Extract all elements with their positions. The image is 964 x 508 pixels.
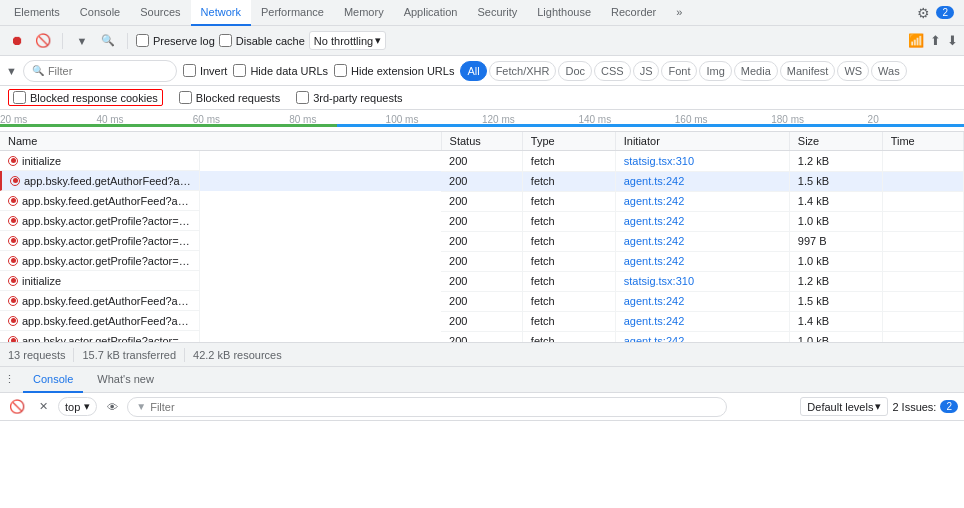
table-row[interactable]: app.bsky.actor.getProfile?actor=did%3Apl… bbox=[0, 331, 964, 342]
initiator-link[interactable]: agent.ts:242 bbox=[624, 295, 685, 307]
header-initiator[interactable]: Initiator bbox=[615, 132, 789, 151]
cell-initiator[interactable]: agent.ts:242 bbox=[615, 251, 789, 271]
tab-application[interactable]: Application bbox=[394, 0, 468, 26]
tab-lighthouse[interactable]: Lighthouse bbox=[527, 0, 601, 26]
header-type[interactable]: Type bbox=[522, 132, 615, 151]
filter-type-all[interactable]: All bbox=[460, 61, 486, 81]
tab-elements[interactable]: Elements bbox=[4, 0, 70, 26]
tab-more[interactable]: » bbox=[666, 0, 692, 26]
console-tab-whatsnew[interactable]: What's new bbox=[87, 367, 164, 393]
cell-name: app.bsky.actor.getProfile?actor=did%3Apl… bbox=[0, 231, 200, 251]
third-party-input[interactable] bbox=[296, 91, 309, 104]
tab-console[interactable]: Console bbox=[70, 0, 130, 26]
header-size[interactable]: Size bbox=[789, 132, 882, 151]
third-party-checkbox[interactable]: 3rd-party requests bbox=[296, 91, 402, 104]
cell-initiator[interactable]: agent.ts:242 bbox=[615, 211, 789, 231]
header-name[interactable]: Name bbox=[0, 132, 441, 151]
blocked-cookies-checkbox[interactable]: Blocked response cookies bbox=[8, 89, 163, 106]
cell-size: 1.4 kB bbox=[789, 191, 882, 211]
initiator-link[interactable]: agent.ts:242 bbox=[624, 255, 685, 267]
context-selector[interactable]: top ▾ bbox=[58, 397, 97, 416]
cell-initiator[interactable]: agent.ts:242 bbox=[615, 291, 789, 311]
table-row[interactable]: app.bsky.feed.getAuthorFeed?actor=did%3A… bbox=[0, 291, 964, 311]
filter-input-container[interactable]: 🔍 bbox=[23, 60, 177, 82]
invert-checkbox[interactable]: Invert bbox=[183, 64, 228, 77]
cell-initiator[interactable]: statsig.tsx:310 bbox=[615, 271, 789, 291]
table-row[interactable]: app.bsky.feed.getAuthorFeed?actor=did%3A… bbox=[0, 311, 964, 331]
table-row[interactable]: app.bsky.actor.getProfile?actor=did%3Apl… bbox=[0, 251, 964, 271]
filter-type-font[interactable]: Font bbox=[661, 61, 697, 81]
download-icon[interactable]: ⬇ bbox=[947, 33, 958, 48]
filter-type-js[interactable]: JS bbox=[633, 61, 660, 81]
tab-memory[interactable]: Memory bbox=[334, 0, 394, 26]
hide-data-urls-checkbox[interactable]: Hide data URLs bbox=[233, 64, 328, 77]
cell-initiator[interactable]: statsig.tsx:310 bbox=[615, 151, 789, 172]
tab-recorder[interactable]: Recorder bbox=[601, 0, 666, 26]
upload-icon[interactable]: ⬆ bbox=[930, 33, 941, 48]
wifi-icon[interactable]: 📶 bbox=[908, 33, 924, 48]
record-button[interactable]: ⏺ bbox=[6, 30, 28, 52]
levels-button[interactable]: Default levels ▾ bbox=[800, 397, 888, 416]
initiator-link[interactable]: statsig.tsx:310 bbox=[624, 155, 694, 167]
search-button[interactable]: 🔍 bbox=[97, 30, 119, 52]
filter-toggle-button[interactable]: ▼ bbox=[71, 30, 93, 52]
blocked-requests-checkbox[interactable]: Blocked requests bbox=[179, 91, 280, 104]
filter-type-was[interactable]: Was bbox=[871, 61, 907, 81]
throttle-select[interactable]: No throttling ▾ bbox=[309, 31, 386, 50]
cell-time bbox=[882, 191, 963, 211]
cell-initiator[interactable]: agent.ts:242 bbox=[615, 331, 789, 342]
console-tab-console[interactable]: Console bbox=[23, 367, 83, 393]
initiator-link[interactable]: agent.ts:242 bbox=[624, 175, 685, 187]
invert-input[interactable] bbox=[183, 64, 196, 77]
filter-input[interactable] bbox=[48, 65, 168, 77]
tab-network[interactable]: Network bbox=[191, 0, 251, 26]
table-row[interactable]: app.bsky.feed.getAuthorFeed?actor=did%3A… bbox=[0, 191, 964, 211]
disable-cache-checkbox[interactable]: Disable cache bbox=[219, 34, 305, 47]
table-row[interactable]: app.bsky.actor.getProfile?actor=did%3Apl… bbox=[0, 231, 964, 251]
blocked-cookies-input[interactable] bbox=[13, 91, 26, 104]
blocked-requests-input[interactable] bbox=[179, 91, 192, 104]
hide-ext-urls-checkbox[interactable]: Hide extension URLs bbox=[334, 64, 454, 77]
header-time[interactable]: Time bbox=[882, 132, 963, 151]
console-filter-input[interactable] bbox=[150, 401, 718, 413]
filter-type-img[interactable]: Img bbox=[699, 61, 731, 81]
filter-type-ws[interactable]: WS bbox=[837, 61, 869, 81]
clear-button[interactable]: 🚫 bbox=[32, 30, 54, 52]
console-eye-button[interactable]: 👁 bbox=[101, 396, 123, 418]
initiator-link[interactable]: agent.ts:242 bbox=[624, 215, 685, 227]
console-ban-button[interactable]: 🚫 bbox=[6, 396, 28, 418]
filter-type-fetch-xhr[interactable]: Fetch/XHR bbox=[489, 61, 557, 81]
initiator-link[interactable]: agent.ts:242 bbox=[624, 235, 685, 247]
initiator-link[interactable]: agent.ts:242 bbox=[624, 315, 685, 327]
cell-initiator[interactable]: agent.ts:242 bbox=[615, 231, 789, 251]
preserve-log-checkbox[interactable]: Preserve log bbox=[136, 34, 215, 47]
disable-cache-input[interactable] bbox=[219, 34, 232, 47]
cell-name-text: initialize bbox=[22, 275, 61, 287]
tab-security[interactable]: Security bbox=[467, 0, 527, 26]
cell-name-text: app.bsky.actor.getProfile?actor=did%3Apl… bbox=[22, 235, 191, 247]
table-row[interactable]: app.bsky.actor.getProfile?actor=did%3Apl… bbox=[0, 211, 964, 231]
filter-type-media[interactable]: Media bbox=[734, 61, 778, 81]
hide-ext-urls-input[interactable] bbox=[334, 64, 347, 77]
filter-type-doc[interactable]: Doc bbox=[558, 61, 592, 81]
initiator-link[interactable]: agent.ts:242 bbox=[624, 335, 685, 342]
cell-initiator[interactable]: agent.ts:242 bbox=[615, 171, 789, 191]
header-status[interactable]: Status bbox=[441, 132, 522, 151]
console-clear-button[interactable]: ✕ bbox=[32, 396, 54, 418]
table-row[interactable]: initialize200fetchstatsig.tsx:3101.2 kB bbox=[0, 271, 964, 291]
tab-performance[interactable]: Performance bbox=[251, 0, 334, 26]
tab-sources[interactable]: Sources bbox=[130, 0, 190, 26]
filter-type-css[interactable]: CSS bbox=[594, 61, 631, 81]
issues-count-badge[interactable]: 2 bbox=[940, 400, 958, 413]
table-row[interactable]: initialize200fetchstatsig.tsx:3101.2 kB bbox=[0, 151, 964, 172]
preserve-log-input[interactable] bbox=[136, 34, 149, 47]
initiator-link[interactable]: statsig.tsx:310 bbox=[624, 275, 694, 287]
cell-initiator[interactable]: agent.ts:242 bbox=[615, 191, 789, 211]
console-filter-container[interactable]: ▼ bbox=[127, 397, 727, 417]
settings-icon[interactable]: ⚙ bbox=[917, 5, 930, 21]
hide-data-urls-input[interactable] bbox=[233, 64, 246, 77]
table-row[interactable]: app.bsky.feed.getAuthorFeed?actor=did%3A… bbox=[0, 171, 964, 191]
filter-type-manifest[interactable]: Manifest bbox=[780, 61, 836, 81]
initiator-link[interactable]: agent.ts:242 bbox=[624, 195, 685, 207]
cell-initiator[interactable]: agent.ts:242 bbox=[615, 311, 789, 331]
